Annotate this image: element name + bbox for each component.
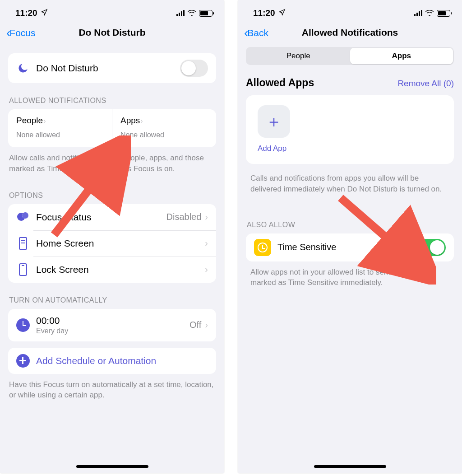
schedule-sub: Every day	[36, 327, 189, 335]
turn-on-auto-header: TURN ON AUTOMATICALLY	[0, 283, 224, 309]
dnd-toggle-row: Do Not Disturb	[8, 53, 216, 83]
schedule-time: 00:00	[36, 315, 189, 326]
wifi-icon	[425, 10, 434, 16]
nav-title: Do Not Disturb	[79, 27, 145, 38]
moon-icon	[16, 61, 30, 75]
allowed-people-subtitle: None allowed	[16, 131, 104, 139]
schedule-row[interactable]: 00:00 Every day Off ›	[8, 309, 216, 341]
time-sensitive-switch[interactable]	[418, 239, 446, 256]
dnd-switch[interactable]	[180, 60, 208, 77]
allowed-apps-subtitle: None allowed	[120, 131, 208, 139]
segment-people[interactable]: People	[247, 48, 350, 64]
lock-screen-label: Lock Screen	[36, 264, 205, 275]
nav-bar: ‹ Back Allowed Notifications	[238, 22, 462, 44]
status-bar: 11:20	[0, 0, 224, 22]
status-time: 11:20	[253, 8, 275, 18]
nav-back-label: Back	[247, 28, 268, 38]
also-allow-footer: Allow apps not in your allowed list to s…	[238, 261, 462, 292]
status-bar: 11:20	[238, 0, 462, 22]
chevron-right-icon: ›	[43, 117, 46, 125]
nav-back-button[interactable]: ‹ Focus	[6, 27, 36, 39]
allowed-apps-cell[interactable]: Apps› None allowed	[112, 109, 216, 147]
battery-icon	[199, 10, 213, 17]
also-allow-header: ALSO ALLOW	[238, 198, 462, 233]
options-header: OPTIONS	[0, 178, 224, 204]
lock-screen-icon	[16, 263, 30, 276]
focus-status-label: Focus Status	[36, 212, 166, 223]
add-app-label[interactable]: Add App	[258, 144, 442, 153]
chevron-right-icon: ›	[205, 212, 208, 222]
battery-icon	[437, 10, 450, 17]
nav-title: Allowed Notifications	[302, 27, 398, 38]
cellular-icon	[176, 10, 185, 16]
time-sensitive-label: Time Sensitive	[277, 242, 418, 252]
lock-screen-row[interactable]: Lock Screen ›	[8, 257, 216, 283]
allowed-people-cell[interactable]: People› None allowed	[8, 109, 112, 147]
add-schedule-label: Add Schedule or Automation	[36, 355, 208, 366]
nav-back-button[interactable]: ‹ Back	[244, 27, 268, 39]
focus-status-icon	[16, 210, 30, 224]
nav-back-label: Focus	[9, 28, 35, 38]
turn-on-auto-footer: Have this Focus turn on automatically at…	[0, 374, 224, 405]
location-icon	[41, 9, 48, 18]
allowed-notifications-header: ALLOWED NOTIFICATIONS	[0, 83, 224, 109]
dnd-label: Do Not Disturb	[36, 63, 180, 74]
chevron-right-icon: ›	[140, 117, 143, 125]
allowed-apps-box: ＋ Add App	[246, 95, 454, 164]
allowed-notifications-footer: Allow calls and notifications from peopl…	[0, 147, 224, 178]
plus-circle-icon	[16, 354, 30, 368]
allowed-apps-footer: Calls and notifications from apps you al…	[238, 164, 462, 198]
allowed-notifications-group: People› None allowed Apps› None allowed	[8, 109, 216, 147]
allowed-apps-header: Allowed Apps	[246, 77, 314, 89]
wifi-icon	[187, 10, 196, 16]
home-indicator[interactable]	[76, 465, 148, 468]
schedule-detail: Off	[189, 320, 201, 330]
home-screen-label: Home Screen	[36, 238, 205, 249]
location-icon	[278, 9, 286, 18]
cellular-icon	[414, 10, 422, 16]
time-sensitive-icon	[254, 239, 271, 256]
home-screen-icon	[16, 237, 30, 250]
home-screen-row[interactable]: Home Screen ›	[8, 230, 216, 257]
screenshot-allowed-notifications: 11:20 ‹ Back Allowed Notifications Peopl…	[238, 0, 462, 473]
allowed-people-title: People	[16, 116, 43, 125]
screenshot-focus-dnd: 11:20 ‹ Focus Do Not Disturb Do Not Dist…	[0, 0, 224, 473]
focus-status-row[interactable]: Focus Status Disabled ›	[8, 204, 216, 230]
focus-status-detail: Disabled	[166, 212, 202, 222]
add-app-tile[interactable]: ＋	[258, 105, 290, 138]
time-sensitive-row: Time Sensitive	[246, 233, 454, 261]
remove-all-link[interactable]: Remove All (0)	[397, 79, 454, 89]
svg-point-3	[22, 212, 28, 219]
nav-bar: ‹ Focus Do Not Disturb	[0, 22, 224, 44]
segment-apps[interactable]: Apps	[350, 48, 453, 64]
chevron-right-icon: ›	[205, 264, 208, 275]
segmented-control[interactable]: People Apps	[246, 47, 454, 65]
home-indicator[interactable]	[314, 465, 386, 468]
chevron-right-icon: ›	[205, 238, 208, 248]
chevron-right-icon: ›	[205, 320, 208, 330]
clock-icon	[16, 318, 30, 332]
allowed-apps-title: Apps	[120, 116, 140, 125]
add-schedule-row[interactable]: Add Schedule or Automation	[8, 348, 216, 374]
status-time: 11:20	[15, 8, 37, 18]
